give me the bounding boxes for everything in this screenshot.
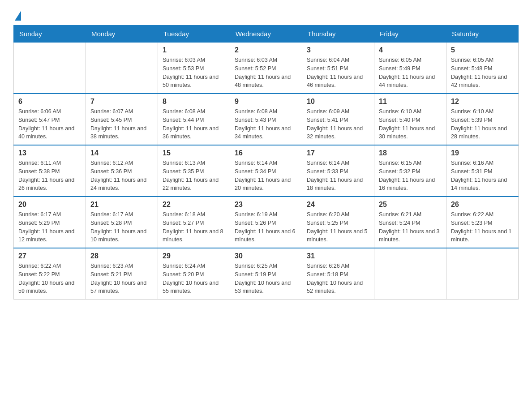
day-number: 20: [18, 201, 81, 209]
weekday-header-sunday: Sunday: [14, 26, 86, 43]
day-info: Sunrise: 6:20 AMSunset: 5:25 PMDaylight:…: [307, 210, 369, 244]
sunset-text: Sunset: 5:51 PM: [307, 64, 369, 73]
day-number: 17: [307, 149, 369, 157]
daylight-text: Daylight: 11 hours and 50 minutes.: [163, 73, 225, 90]
sunrise-text: Sunrise: 6:17 AM: [90, 210, 153, 219]
daylight-text: Daylight: 11 hours and 6 minutes.: [235, 227, 297, 244]
day-number: 10: [307, 98, 369, 106]
table-row: 31Sunrise: 6:26 AMSunset: 5:18 PMDayligh…: [302, 248, 374, 300]
daylight-text: Daylight: 11 hours and 44 minutes.: [379, 73, 442, 90]
page-header: [13, 9, 519, 21]
daylight-text: Daylight: 11 hours and 8 minutes.: [163, 227, 225, 244]
table-row: 19Sunrise: 6:16 AMSunset: 5:31 PMDayligh…: [446, 145, 519, 197]
day-number: 14: [90, 149, 153, 157]
day-number: 21: [90, 201, 153, 209]
day-number: 9: [235, 98, 297, 106]
sunrise-text: Sunrise: 6:16 AM: [451, 159, 514, 167]
sunrise-text: Sunrise: 6:10 AM: [451, 107, 514, 116]
logo: [13, 9, 21, 21]
sunrise-text: Sunrise: 6:20 AM: [307, 210, 369, 219]
sunset-text: Sunset: 5:40 PM: [379, 116, 442, 124]
day-number: 18: [379, 149, 442, 157]
table-row: 3Sunrise: 6:04 AMSunset: 5:51 PMDaylight…: [302, 43, 374, 94]
sunset-text: Sunset: 5:27 PM: [163, 219, 225, 227]
daylight-text: Daylight: 11 hours and 1 minute.: [451, 227, 514, 244]
day-info: Sunrise: 6:15 AMSunset: 5:32 PMDaylight:…: [379, 159, 442, 193]
sunset-text: Sunset: 5:52 PM: [235, 64, 297, 73]
daylight-text: Daylight: 11 hours and 32 minutes.: [307, 124, 369, 141]
sunset-text: Sunset: 5:38 PM: [18, 167, 81, 176]
sunrise-text: Sunrise: 6:25 AM: [235, 262, 297, 270]
sunset-text: Sunset: 5:45 PM: [90, 116, 153, 124]
day-info: Sunrise: 6:04 AMSunset: 5:51 PMDaylight:…: [307, 56, 369, 90]
sunset-text: Sunset: 5:19 PM: [235, 270, 297, 279]
day-number: 3: [307, 46, 369, 54]
daylight-text: Daylight: 11 hours and 20 minutes.: [235, 176, 297, 193]
sunrise-text: Sunrise: 6:07 AM: [90, 107, 153, 116]
day-number: 4: [379, 46, 442, 54]
daylight-text: Daylight: 10 hours and 55 minutes.: [163, 279, 225, 296]
day-number: 11: [379, 98, 442, 106]
table-row: 11Sunrise: 6:10 AMSunset: 5:40 PMDayligh…: [374, 94, 446, 145]
calendar-week-row: 20Sunrise: 6:17 AMSunset: 5:29 PMDayligh…: [14, 197, 519, 248]
weekday-header-monday: Monday: [86, 26, 158, 43]
sunrise-text: Sunrise: 6:18 AM: [163, 210, 225, 219]
sunset-text: Sunset: 5:53 PM: [163, 64, 225, 73]
sunrise-text: Sunrise: 6:04 AM: [307, 56, 369, 64]
sunrise-text: Sunrise: 6:05 AM: [379, 56, 442, 64]
table-row: 8Sunrise: 6:08 AMSunset: 5:44 PMDaylight…: [158, 94, 230, 145]
day-number: 2: [235, 46, 297, 54]
calendar-table: SundayMondayTuesdayWednesdayThursdayFrid…: [13, 25, 519, 300]
day-number: 26: [451, 201, 514, 209]
sunset-text: Sunset: 5:28 PM: [90, 219, 153, 227]
day-number: 5: [451, 46, 514, 54]
sunrise-text: Sunrise: 6:22 AM: [451, 210, 514, 219]
table-row: 4Sunrise: 6:05 AMSunset: 5:49 PMDaylight…: [374, 43, 446, 94]
day-number: 7: [90, 98, 153, 106]
logo-triangle-icon: [15, 11, 21, 21]
daylight-text: Daylight: 11 hours and 46 minutes.: [307, 73, 369, 90]
day-info: Sunrise: 6:24 AMSunset: 5:20 PMDaylight:…: [163, 262, 225, 295]
sunset-text: Sunset: 5:41 PM: [307, 116, 369, 124]
daylight-text: Daylight: 11 hours and 36 minutes.: [163, 124, 225, 141]
sunrise-text: Sunrise: 6:12 AM: [90, 159, 153, 167]
sunset-text: Sunset: 5:48 PM: [451, 64, 514, 73]
day-number: 16: [235, 149, 297, 157]
table-row: 13Sunrise: 6:11 AMSunset: 5:38 PMDayligh…: [14, 145, 86, 197]
weekday-header-tuesday: Tuesday: [158, 26, 230, 43]
day-info: Sunrise: 6:25 AMSunset: 5:19 PMDaylight:…: [235, 262, 297, 295]
sunset-text: Sunset: 5:26 PM: [235, 219, 297, 227]
table-row: [14, 43, 86, 94]
table-row: 21Sunrise: 6:17 AMSunset: 5:28 PMDayligh…: [86, 197, 158, 248]
daylight-text: Daylight: 11 hours and 42 minutes.: [451, 73, 514, 90]
sunset-text: Sunset: 5:35 PM: [163, 167, 225, 176]
weekday-header-wednesday: Wednesday: [230, 26, 302, 43]
sunset-text: Sunset: 5:33 PM: [307, 167, 369, 176]
daylight-text: Daylight: 11 hours and 40 minutes.: [18, 124, 81, 141]
sunrise-text: Sunrise: 6:19 AM: [235, 210, 297, 219]
day-info: Sunrise: 6:07 AMSunset: 5:45 PMDaylight:…: [90, 107, 153, 141]
sunset-text: Sunset: 5:21 PM: [90, 270, 153, 279]
calendar-week-row: 27Sunrise: 6:22 AMSunset: 5:22 PMDayligh…: [14, 248, 519, 300]
day-info: Sunrise: 6:17 AMSunset: 5:29 PMDaylight:…: [18, 210, 81, 244]
table-row: 18Sunrise: 6:15 AMSunset: 5:32 PMDayligh…: [374, 145, 446, 197]
day-number: 6: [18, 98, 81, 106]
sunrise-text: Sunrise: 6:26 AM: [307, 262, 369, 270]
day-number: 22: [163, 201, 225, 209]
table-row: 30Sunrise: 6:25 AMSunset: 5:19 PMDayligh…: [230, 248, 302, 300]
day-info: Sunrise: 6:19 AMSunset: 5:26 PMDaylight:…: [235, 210, 297, 244]
day-info: Sunrise: 6:08 AMSunset: 5:43 PMDaylight:…: [235, 107, 297, 141]
day-number: 28: [90, 252, 153, 260]
sunset-text: Sunset: 5:43 PM: [235, 116, 297, 124]
daylight-text: Daylight: 11 hours and 3 minutes.: [379, 227, 442, 244]
day-info: Sunrise: 6:11 AMSunset: 5:38 PMDaylight:…: [18, 159, 81, 193]
daylight-text: Daylight: 11 hours and 24 minutes.: [90, 176, 153, 193]
calendar-week-row: 6Sunrise: 6:06 AMSunset: 5:47 PMDaylight…: [14, 94, 519, 145]
sunset-text: Sunset: 5:24 PM: [379, 219, 442, 227]
table-row: 6Sunrise: 6:06 AMSunset: 5:47 PMDaylight…: [14, 94, 86, 145]
sunrise-text: Sunrise: 6:08 AM: [235, 107, 297, 116]
day-info: Sunrise: 6:08 AMSunset: 5:44 PMDaylight:…: [163, 107, 225, 141]
day-number: 30: [235, 252, 297, 260]
table-row: 9Sunrise: 6:08 AMSunset: 5:43 PMDaylight…: [230, 94, 302, 145]
sunrise-text: Sunrise: 6:14 AM: [307, 159, 369, 167]
